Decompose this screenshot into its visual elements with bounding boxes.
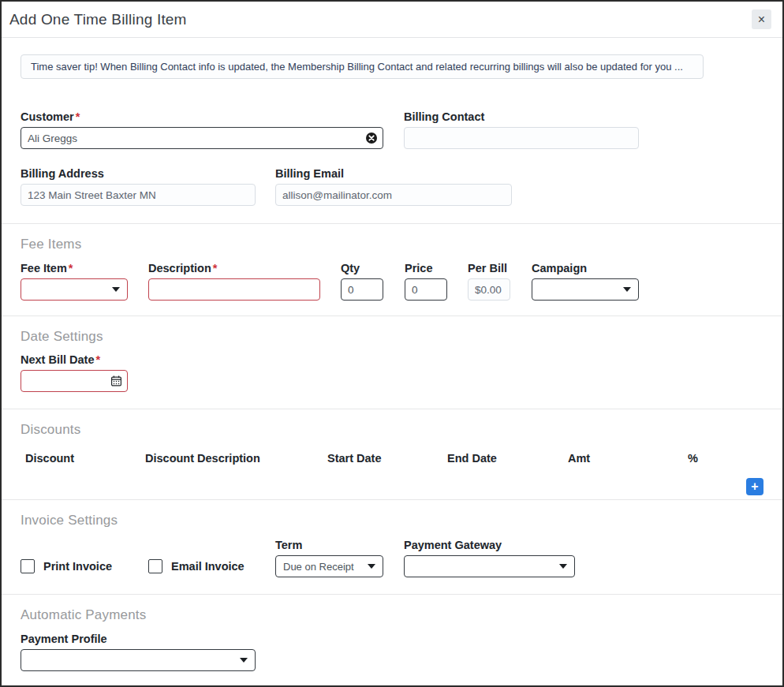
- modal-header: Add One Time Billing Item ×: [2, 2, 782, 38]
- term-label: Term: [275, 539, 383, 551]
- close-icon: ×: [758, 13, 765, 26]
- per-bill-label: Per Bill: [468, 262, 510, 274]
- fee-item-select[interactable]: [21, 278, 128, 301]
- caret-down-icon: [112, 287, 120, 292]
- billing-email-label: Billing Email: [275, 167, 512, 180]
- discount-description-column-header: Discount Description: [145, 452, 327, 465]
- caret-down-icon: [623, 287, 631, 292]
- next-bill-date-wrap: [21, 370, 128, 392]
- date-settings-section-title: Date Settings: [21, 329, 763, 345]
- campaign-label: Campaign: [532, 262, 639, 274]
- billing-email-input[interactable]: [275, 184, 512, 206]
- add-discount-button[interactable]: +: [746, 478, 763, 495]
- add-one-time-billing-item-modal: Add One Time Billing Item × Time saver t…: [0, 0, 784, 687]
- email-invoice-checkbox[interactable]: [148, 559, 162, 573]
- next-bill-date-field: Next Bill Date*: [21, 353, 128, 392]
- fee-items-row: Fee Item* Description* Qty Price: [21, 262, 763, 301]
- invoice-settings-section-title: Invoice Settings: [21, 513, 763, 528]
- print-invoice-checkbox[interactable]: [21, 559, 35, 573]
- billing-contact-input[interactable]: [404, 127, 639, 149]
- print-invoice-label: Print Invoice: [43, 560, 112, 573]
- plus-icon: +: [751, 480, 758, 493]
- caret-down-icon: [240, 658, 248, 663]
- discount-column-header: Discount: [25, 452, 145, 465]
- next-bill-date-label-text: Next Bill Date: [21, 353, 94, 366]
- billing-address-label: Billing Address: [21, 167, 256, 180]
- customer-row: Customer* Billing Contact: [21, 110, 763, 149]
- discounts-table-header: Discount Discount Description Start Date…: [21, 452, 763, 465]
- term-field: Term Due on Receipt: [275, 539, 383, 577]
- customer-label: Customer*: [21, 110, 383, 123]
- qty-field: Qty: [341, 262, 383, 301]
- calendar-icon[interactable]: [110, 375, 122, 387]
- billing-contact-label: Billing Contact: [404, 110, 639, 123]
- modal-body: Time saver tip! When Billing Contact inf…: [2, 54, 782, 684]
- term-select[interactable]: Due on Receipt: [275, 555, 383, 577]
- required-asterisk: *: [69, 262, 73, 274]
- email-invoice-label: Email Invoice: [171, 560, 245, 573]
- percent-column-header: %: [688, 452, 719, 465]
- print-invoice-option: Print Invoice: [21, 555, 148, 577]
- section-divider: [2, 223, 782, 224]
- section-divider: [2, 499, 782, 500]
- payment-gateway-label: Payment Gateway: [404, 539, 575, 551]
- billing-address-field: Billing Address: [21, 167, 256, 206]
- fee-item-label-text: Fee Item: [21, 262, 67, 274]
- description-label-text: Description: [148, 262, 211, 274]
- required-asterisk: *: [76, 110, 80, 123]
- section-divider: [2, 594, 782, 595]
- next-bill-date-label: Next Bill Date*: [21, 353, 128, 366]
- price-input[interactable]: [405, 278, 447, 301]
- customer-label-text: Customer: [21, 110, 74, 123]
- section-divider: [2, 315, 782, 316]
- fee-items-section-title: Fee Items: [21, 237, 763, 252]
- customer-input-wrap: [21, 127, 383, 149]
- bottom-spacer: [21, 671, 763, 684]
- description-field: Description*: [148, 262, 320, 301]
- close-button[interactable]: ×: [752, 9, 771, 29]
- billing-address-row: Billing Address Billing Email: [21, 167, 763, 206]
- end-date-column-header: End Date: [447, 452, 568, 465]
- price-field: Price: [405, 262, 447, 301]
- clear-icon[interactable]: [365, 132, 378, 144]
- price-label: Price: [405, 262, 447, 274]
- fee-item-label: Fee Item*: [21, 262, 128, 274]
- payment-gateway-select[interactable]: [404, 555, 575, 577]
- per-bill-input: [468, 278, 510, 301]
- invoice-settings-row: Print Invoice Email Invoice Term Due on …: [21, 539, 763, 577]
- payment-profile-label: Payment Profile: [21, 633, 256, 645]
- qty-input[interactable]: [341, 278, 383, 301]
- modal-title: Add One Time Billing Item: [9, 11, 187, 28]
- required-asterisk: *: [213, 262, 218, 274]
- payment-gateway-field: Payment Gateway: [404, 539, 575, 577]
- tip-banner: Time saver tip! When Billing Contact inf…: [21, 54, 704, 79]
- billing-email-field: Billing Email: [275, 167, 512, 206]
- campaign-select[interactable]: [532, 278, 639, 301]
- description-input[interactable]: [148, 278, 320, 301]
- payment-profile-select[interactable]: [21, 649, 256, 671]
- qty-label: Qty: [341, 262, 383, 274]
- description-label: Description*: [148, 262, 320, 274]
- campaign-field: Campaign: [532, 262, 639, 301]
- start-date-column-header: Start Date: [327, 452, 447, 465]
- discounts-section-title: Discounts: [21, 422, 763, 438]
- billing-contact-field: Billing Contact: [404, 110, 639, 149]
- customer-input[interactable]: [21, 127, 383, 149]
- customer-field: Customer*: [21, 110, 383, 149]
- per-bill-field: Per Bill: [468, 262, 510, 301]
- add-discount-row: +: [21, 478, 763, 495]
- section-divider: [2, 409, 782, 409]
- term-value: Due on Receipt: [283, 561, 354, 573]
- billing-address-input[interactable]: [21, 184, 256, 206]
- caret-down-icon: [559, 564, 567, 569]
- amt-column-header: Amt: [568, 452, 688, 465]
- automatic-payments-section-title: Automatic Payments: [21, 607, 763, 623]
- fee-item-field: Fee Item*: [21, 262, 128, 301]
- required-asterisk: *: [95, 353, 100, 366]
- email-invoice-option: Email Invoice: [148, 555, 275, 577]
- caret-down-icon: [368, 564, 375, 569]
- payment-profile-field: Payment Profile: [21, 633, 256, 671]
